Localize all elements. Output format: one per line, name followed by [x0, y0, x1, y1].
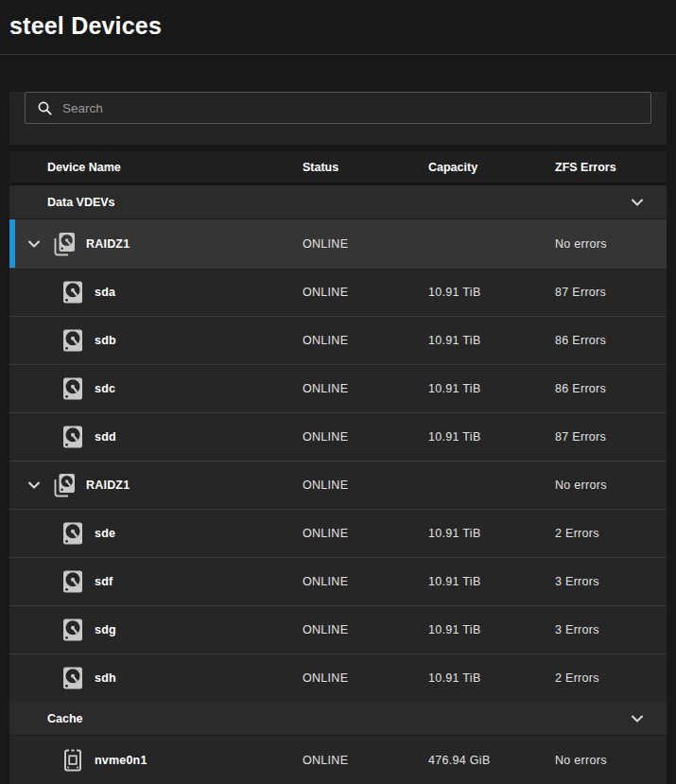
device-status: ONLINE: [291, 527, 417, 540]
hdd-icon: [61, 521, 85, 546]
device-name: sdb: [95, 334, 116, 347]
device-status: ONLINE: [291, 382, 417, 395]
device-row-sdh[interactable]: sdh ONLINE 10.91 TiB 2 Errors: [9, 653, 667, 702]
column-header-zfs-errors: ZFS Errors: [544, 161, 667, 174]
column-header-capacity: Capacity: [417, 161, 544, 174]
device-name: sdc: [95, 382, 115, 395]
hdd-icon: [61, 280, 85, 305]
device-capacity: 10.91 TiB: [417, 623, 544, 636]
device-errors: 3 Errors: [544, 623, 667, 636]
device-row-nvme0n1[interactable]: nvme0n1 ONLINE 476.94 GiB No errors: [9, 736, 667, 784]
device-capacity: 10.91 TiB: [417, 430, 544, 444]
device-name: sde: [95, 527, 115, 540]
device-name-cell: sda: [9, 280, 291, 305]
device-name: sdh: [95, 671, 116, 685]
device-row-sdf[interactable]: sdf ONLINE 10.91 TiB 3 Errors: [9, 557, 667, 605]
page-title: steel Devices: [0, 0, 676, 42]
table-header: Device Name Status Capacity ZFS Errors: [9, 151, 667, 185]
device-errors: No errors: [544, 479, 667, 492]
device-status: ONLINE: [291, 623, 417, 636]
device-name-cell: sdg: [9, 618, 291, 642]
search-box[interactable]: [25, 92, 651, 124]
device-row-RAIDZ1[interactable]: RAIDZ1 ONLINE No errors: [9, 461, 667, 509]
device-capacity: 10.91 TiB: [417, 575, 544, 588]
device-status: ONLINE: [291, 286, 417, 299]
device-capacity: 10.91 TiB: [417, 671, 544, 685]
device-name-cell: sde: [9, 521, 291, 546]
hdd-icon: [61, 666, 85, 690]
devices-table: Device Name Status Capacity ZFS Errors D…: [9, 151, 667, 784]
device-status: ONLINE: [291, 575, 417, 588]
device-status: ONLINE: [291, 237, 417, 251]
title-divider: [0, 54, 676, 55]
chevron-down-icon[interactable]: [26, 236, 42, 252]
device-name-cell: sdf: [9, 569, 291, 594]
raid-icon: [52, 232, 77, 256]
device-name: RAIDZ1: [86, 479, 130, 492]
device-capacity: 10.91 TiB: [417, 334, 544, 347]
device-status: ONLINE: [291, 671, 417, 685]
device-row-sda[interactable]: sda ONLINE 10.91 TiB 87 Errors: [9, 268, 667, 316]
hdd-icon: [61, 376, 85, 401]
search-input[interactable]: [53, 101, 650, 115]
device-errors: 87 Errors: [544, 430, 667, 444]
device-status: ONLINE: [291, 334, 417, 347]
device-name-cell: sdd: [9, 425, 291, 449]
device-errors: 87 Errors: [544, 286, 667, 299]
hdd-icon: [61, 425, 85, 449]
device-errors: 86 Errors: [544, 382, 667, 395]
table-body: Data VDEVs RAIDZ1 ONLINE No errors sda O…: [9, 185, 667, 784]
device-errors: No errors: [544, 754, 667, 767]
column-header-status: Status: [291, 161, 417, 174]
device-row-sdc[interactable]: sdc ONLINE 10.91 TiB 86 Errors: [9, 364, 667, 412]
device-name-cell: RAIDZ1: [9, 232, 291, 256]
search-card: [9, 92, 667, 145]
chevron-down-icon[interactable]: [630, 195, 645, 210]
device-status: ONLINE: [291, 754, 417, 767]
hdd-icon: [61, 569, 85, 594]
group-row-data-vdevs[interactable]: Data VDEVs: [9, 185, 667, 219]
raid-icon: [52, 473, 77, 497]
device-errors: 3 Errors: [544, 575, 667, 588]
ssd-icon: [61, 748, 85, 773]
device-name: sda: [95, 286, 115, 299]
device-capacity: 10.91 TiB: [417, 527, 544, 540]
device-errors: 2 Errors: [544, 671, 667, 685]
chevron-down-icon[interactable]: [26, 478, 42, 493]
device-capacity: 10.91 TiB: [417, 286, 544, 299]
device-name-cell: sdb: [9, 328, 291, 353]
device-status: ONLINE: [291, 479, 417, 492]
device-row-RAIDZ1[interactable]: RAIDZ1 ONLINE No errors: [9, 219, 667, 268]
device-capacity: 476.94 GiB: [417, 754, 544, 767]
device-status: ONLINE: [291, 430, 417, 444]
group-row-cache[interactable]: Cache: [9, 702, 667, 736]
device-name-cell: RAIDZ1: [9, 473, 291, 497]
device-row-sdb[interactable]: sdb ONLINE 10.91 TiB 86 Errors: [9, 316, 667, 364]
column-header-device-name: Device Name: [9, 161, 291, 174]
device-row-sde[interactable]: sde ONLINE 10.91 TiB 2 Errors: [9, 509, 667, 557]
group-label: Data VDEVs: [47, 196, 115, 209]
device-name: sdf: [95, 575, 113, 588]
device-name: sdg: [95, 623, 116, 636]
device-errors: No errors: [544, 237, 667, 251]
device-capacity: 10.91 TiB: [417, 382, 544, 395]
device-name-cell: nvme0n1: [9, 748, 291, 773]
device-name: RAIDZ1: [86, 237, 130, 251]
chevron-down-icon[interactable]: [630, 711, 645, 726]
device-errors: 86 Errors: [544, 334, 667, 347]
device-errors: 2 Errors: [544, 527, 667, 540]
hdd-icon: [61, 618, 85, 642]
device-name-cell: sdh: [9, 666, 291, 690]
hdd-icon: [61, 328, 85, 353]
device-name-cell: sdc: [9, 376, 291, 401]
device-row-sdd[interactable]: sdd ONLINE 10.91 TiB 87 Errors: [9, 412, 667, 461]
group-label: Cache: [47, 712, 83, 725]
device-name: nvme0n1: [95, 754, 147, 767]
search-icon: [37, 100, 53, 116]
device-name: sdd: [95, 430, 116, 444]
device-row-sdg[interactable]: sdg ONLINE 10.91 TiB 3 Errors: [9, 605, 667, 653]
